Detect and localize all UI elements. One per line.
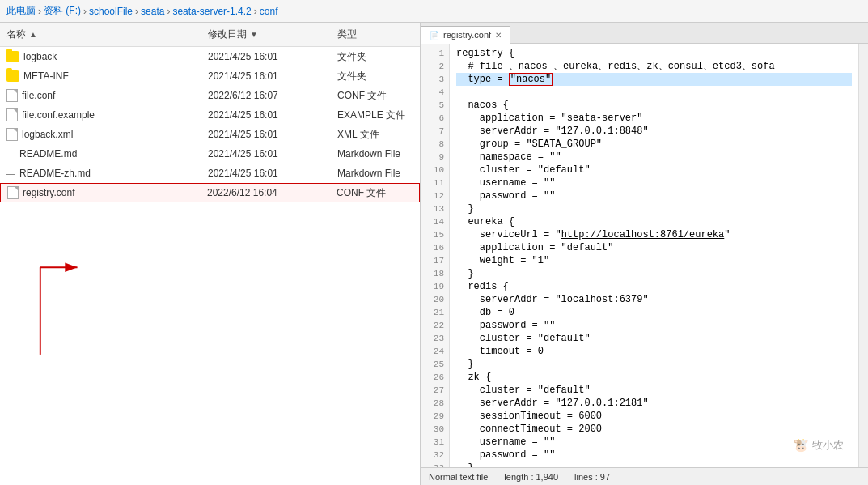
- file-name-label: logback: [23, 51, 57, 62]
- file-name-label: META-INF: [23, 70, 69, 82]
- tab-close-button[interactable]: ✕: [495, 31, 502, 40]
- breadcrumb-computer[interactable]: 此电脑: [6, 4, 36, 18]
- file-icon: [6, 108, 18, 121]
- file-name-label: registry.conf: [23, 187, 74, 198]
- tab-label: registry.conf: [443, 30, 491, 40]
- line-number: 15: [421, 228, 449, 241]
- file-type: 文件夹: [331, 50, 420, 64]
- file-date: 2021/4/25 16:01: [201, 109, 331, 121]
- main-content: 名称 ▲ 修改日期 ▼ 类型 logback 2021/4/25 16:01 文…: [0, 23, 868, 485]
- sort-arrow-name: ▲: [29, 30, 37, 39]
- code-line: namespace = "": [456, 151, 852, 164]
- line-number: 1: [421, 47, 449, 60]
- line-number: 22: [421, 319, 449, 332]
- file-name: — README-zh.md: [0, 168, 201, 179]
- line-number: 14: [421, 215, 449, 228]
- line-number: 24: [421, 345, 449, 358]
- file-type: CONF 文件: [330, 186, 419, 200]
- file-list: logback 2021/4/25 16:01 文件夹 META-INF 202…: [0, 47, 420, 485]
- code-line: db = 0: [456, 306, 852, 319]
- breadcrumb-schoolfile[interactable]: schoolFile: [89, 6, 133, 17]
- code-line: password = "": [456, 319, 852, 332]
- line-number: 17: [421, 254, 449, 267]
- line-number: 31: [421, 436, 449, 449]
- highlighted-value: "nacos": [509, 73, 553, 86]
- file-type-label: Normal text file: [429, 472, 488, 482]
- length-label: length : 1,940: [504, 472, 558, 482]
- file-row[interactable]: registry.conf 2022/6/12 16:04 CONF 文件: [0, 183, 420, 202]
- file-row[interactable]: — README-zh.md 2021/4/25 16:01 Markdown …: [0, 164, 420, 183]
- code-line: password = "": [456, 449, 852, 462]
- code-line: nacos {: [456, 99, 852, 112]
- tab-file-icon: 📄: [430, 31, 439, 40]
- line-number: 21: [421, 306, 449, 319]
- code-line: username = "": [456, 177, 852, 189]
- file-name-label: file.conf.example: [22, 109, 95, 121]
- col-date-header[interactable]: 修改日期 ▼: [201, 25, 331, 44]
- code-line: type = "nacos": [456, 73, 852, 86]
- line-number: 7: [421, 125, 449, 138]
- code-line: [456, 86, 852, 99]
- lines-label: lines : 97: [574, 472, 610, 482]
- col-type-header[interactable]: 类型: [331, 25, 420, 44]
- line-number: 10: [421, 164, 449, 177]
- line-numbers: 1234567891011121314151617181920212223242…: [421, 44, 450, 467]
- file-date: 2021/4/25 16:01: [201, 168, 331, 179]
- line-number: 25: [421, 358, 449, 371]
- code-line: application = "default": [456, 241, 852, 254]
- file-name: META-INF: [0, 70, 201, 82]
- scrollbar[interactable]: [858, 44, 868, 467]
- col-name-header[interactable]: 名称 ▲: [0, 25, 201, 44]
- file-row[interactable]: logback 2021/4/25 16:01 文件夹: [0, 47, 420, 66]
- file-name-label: logback.xml: [22, 129, 73, 140]
- code-line: zk {: [456, 371, 852, 384]
- code-line: serverAddr = "127.0.0.1:8848": [456, 125, 852, 138]
- sort-arrow-date: ▼: [250, 30, 258, 39]
- file-type: Markdown File: [331, 148, 420, 160]
- file-row[interactable]: file.conf.example 2021/4/25 16:01 EXAMPL…: [0, 105, 420, 125]
- line-number: 27: [421, 384, 449, 397]
- file-explorer-header: 名称 ▲ 修改日期 ▼ 类型: [0, 23, 420, 47]
- breadcrumb-drive[interactable]: 资料 (F:): [44, 4, 81, 18]
- breadcrumb-seata[interactable]: seata: [141, 6, 164, 17]
- file-row[interactable]: META-INF 2021/4/25 16:01 文件夹: [0, 66, 420, 86]
- file-icon: [6, 89, 18, 102]
- line-number: 6: [421, 112, 449, 125]
- file-type: Markdown File: [331, 168, 420, 179]
- code-line: application = "seata-server": [456, 112, 852, 125]
- code-line: redis {: [456, 280, 852, 293]
- code-line: eureka {: [456, 215, 852, 228]
- breadcrumb-conf[interactable]: conf: [260, 6, 278, 17]
- status-bar: Normal text file length : 1,940 lines : …: [421, 467, 868, 485]
- code-line: weight = "1": [456, 254, 852, 267]
- code-line: cluster = "default": [456, 384, 852, 397]
- line-number: 13: [421, 202, 449, 215]
- file-date: 2021/4/25 16:01: [201, 129, 331, 140]
- line-number: 9: [421, 151, 449, 164]
- file-type: 文件夹: [331, 70, 420, 83]
- editor-body: 1234567891011121314151617181920212223242…: [421, 44, 868, 467]
- line-number: 16: [421, 241, 449, 254]
- folder-icon: [6, 51, 19, 62]
- line-number: 29: [421, 410, 449, 423]
- code-content[interactable]: registry { # file 、nacos 、eureka、redis、z…: [450, 44, 858, 467]
- line-number: 5: [421, 99, 449, 112]
- file-date: 2021/4/25 16:01: [201, 51, 331, 62]
- file-row[interactable]: — README.md 2021/4/25 16:01 Markdown Fil…: [0, 144, 420, 164]
- line-number: 12: [421, 189, 449, 202]
- breadcrumb-seata-server[interactable]: seata-server-1.4.2: [172, 6, 251, 17]
- file-name-label: README.md: [19, 148, 77, 160]
- editor-tab-bar: 📄 registry.conf ✕: [421, 23, 868, 44]
- code-line: }: [456, 267, 852, 280]
- code-line: group = "SEATA_GROUP": [456, 138, 852, 151]
- file-date: 2021/4/25 16:01: [201, 148, 331, 160]
- code-line: cluster = "default": [456, 164, 852, 177]
- file-date: 2022/6/12 16:04: [201, 187, 330, 198]
- file-name: file.conf: [0, 89, 201, 102]
- file-icon: [6, 128, 18, 141]
- file-row[interactable]: logback.xml 2021/4/25 16:01 XML 文件: [0, 125, 420, 144]
- code-line: }: [456, 358, 852, 371]
- file-row[interactable]: file.conf 2022/6/12 16:07 CONF 文件: [0, 86, 420, 105]
- code-line: serviceUrl = "http://localhost:8761/eure…: [456, 228, 852, 241]
- editor-tab-registry[interactable]: 📄 registry.conf ✕: [421, 26, 510, 44]
